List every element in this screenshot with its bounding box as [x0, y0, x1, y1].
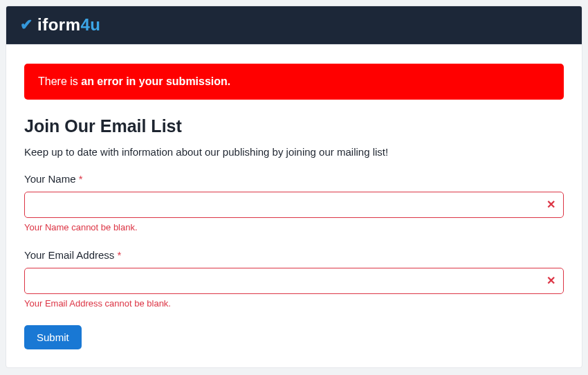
submit-button[interactable]: Submit	[24, 325, 82, 349]
email-error-message: Your Email Address cannot be blank.	[24, 298, 564, 309]
header: ✔ iform4u	[6, 6, 582, 44]
name-label: Your Name *	[24, 173, 564, 185]
page-title: Join Our Email List	[24, 116, 564, 136]
email-input[interactable]	[24, 268, 564, 294]
name-error-message: Your Name cannot be blank.	[24, 222, 564, 232]
required-asterisk: *	[79, 173, 83, 185]
email-label: Your Email Address *	[24, 249, 564, 261]
name-field-group: Your Name * ✕ Your Name cannot be blank.	[24, 173, 564, 232]
email-field-group: Your Email Address * ✕ Your Email Addres…	[24, 249, 564, 309]
required-asterisk: *	[118, 249, 122, 261]
logo-text-iform: iform	[37, 15, 81, 34]
email-input-wrapper: ✕	[24, 268, 564, 294]
alert-prefix: There is	[38, 75, 81, 87]
email-label-text: Your Email Address	[24, 249, 118, 261]
error-alert: There is an error in your submission.	[24, 64, 564, 100]
close-icon: ✕	[546, 275, 555, 286]
logo: ✔ iform4u	[20, 15, 568, 35]
name-input-wrapper: ✕	[24, 192, 564, 218]
close-icon: ✕	[546, 199, 555, 210]
check-icon: ✔	[20, 16, 33, 34]
logo-text-4u: 4u	[81, 15, 101, 34]
name-label-text: Your Name	[24, 173, 79, 185]
main-container: ✔ iform4u There is an error in your subm…	[6, 6, 582, 368]
page-description: Keep up to date with information about o…	[24, 146, 564, 158]
content: There is an error in your submission. Jo…	[6, 44, 582, 367]
name-input[interactable]	[24, 192, 564, 218]
alert-strong: an error in your submission.	[81, 75, 230, 87]
